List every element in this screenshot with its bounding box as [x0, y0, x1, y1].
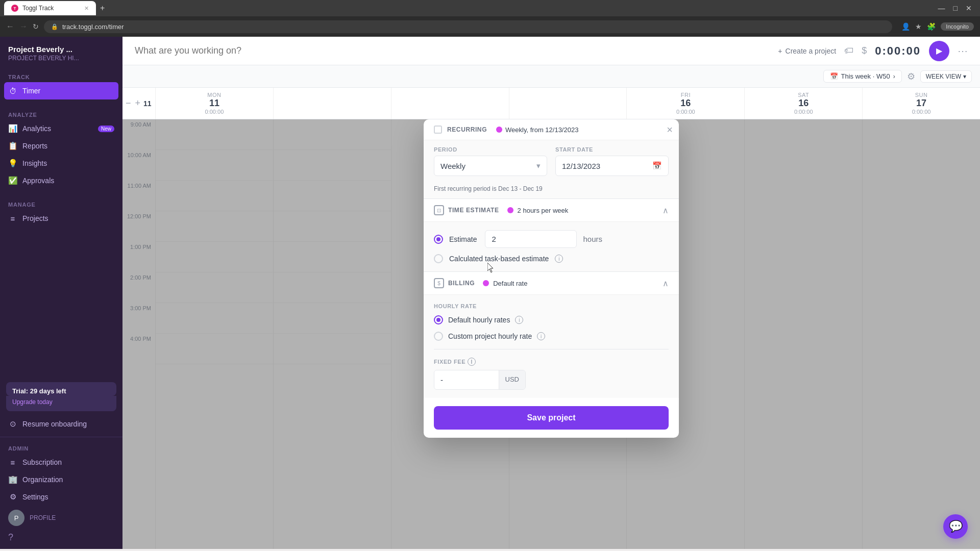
extensions-icon: 🧩 [927, 22, 936, 31]
custom-hourly-radio-btn[interactable] [434, 332, 443, 341]
modal-close-button[interactable]: × [667, 124, 673, 135]
resume-onboarding-btn[interactable]: ⊙ Resume onboarding [0, 415, 122, 433]
analytics-icon: 📊 [8, 124, 17, 133]
sidebar-item-organization[interactable]: 🏢 Organization [0, 471, 122, 488]
incognito-badge: Incognito [941, 22, 974, 31]
profile-icon: 👤 [901, 22, 910, 31]
address-bar[interactable]: track.toggl.com/timer [62, 23, 124, 31]
start-date-value: 12/13/2023 [562, 162, 600, 170]
forward-button[interactable]: → [19, 22, 28, 31]
insights-icon: 💡 [8, 159, 17, 168]
start-date-input[interactable]: 12/13/2023 📅 [555, 156, 669, 176]
new-tab-button[interactable]: + [100, 4, 105, 13]
billing-chevron-icon: ∧ [663, 279, 669, 288]
sidebar-item-approvals[interactable]: ✅ Approvals [0, 172, 122, 189]
more-options-icon[interactable]: ⋯ [958, 45, 968, 57]
minimize-button[interactable]: — [938, 4, 945, 12]
dollar-icon[interactable]: $ [862, 45, 867, 56]
sidebar-section-track-label: TRACK [0, 70, 122, 82]
time-estimate-chevron-icon: ∧ [663, 206, 669, 215]
browser-tab[interactable]: T Toggl Track ✕ [4, 1, 96, 15]
minus-button[interactable]: − [125, 98, 132, 109]
task-based-info-icon[interactable]: i [555, 255, 563, 263]
billing-dot [483, 280, 489, 286]
chat-bubble[interactable]: 💬 [943, 514, 968, 539]
reports-label: Reports [22, 142, 47, 150]
play-button[interactable]: ▶ [929, 41, 949, 61]
sidebar-item-insights[interactable]: 💡 Insights [0, 155, 122, 172]
default-hourly-option[interactable]: Default hourly rates i [434, 315, 669, 324]
insights-label: Insights [22, 159, 47, 167]
time-estimate-badge: 2 hours per week [518, 207, 569, 214]
maximize-button[interactable]: □ [953, 4, 958, 12]
avatar[interactable]: P [8, 510, 24, 526]
calendar-picker-icon: 📅 [652, 161, 662, 170]
time-estimate-section-header[interactable]: ⊡ TIME ESTIMATE 2 hours per week ∧ [424, 198, 679, 221]
settings-icon: ⚙ [8, 492, 17, 502]
sidebar-item-reports[interactable]: 📋 Reports [0, 137, 122, 155]
projects-label: Projects [22, 214, 48, 222]
workspace-sub: PROJECT BEVERLY HI... [8, 55, 114, 62]
custom-hourly-option[interactable]: Custom project hourly rate i [434, 332, 669, 341]
fixed-fee-info-icon[interactable]: i [468, 358, 476, 366]
help-icon[interactable]: ? [8, 532, 13, 543]
subscription-label: Subscription [22, 458, 62, 466]
recurring-value-badge: Weekly, from 12/13/2023 [496, 126, 578, 134]
chevron-right-icon: › [893, 73, 895, 80]
calendar-icon: 📅 [830, 72, 838, 80]
period-select[interactable]: Weekly ▾ [434, 156, 547, 176]
estimate-radio-btn[interactable] [434, 235, 443, 244]
save-project-button[interactable]: Save project [434, 406, 669, 430]
timer-icon: ⏱ [8, 86, 17, 95]
close-window-button[interactable]: ✕ [966, 4, 972, 12]
analytics-new-badge: New [98, 126, 114, 132]
billing-section-header[interactable]: $ BILLING Default rate ∧ [424, 271, 679, 294]
tab-close-icon[interactable]: ✕ [84, 5, 89, 12]
week-indicator[interactable]: 📅 This week · W50 › [823, 70, 902, 83]
custom-hourly-info-icon[interactable]: i [537, 332, 545, 340]
tag-icon[interactable]: 🏷 [844, 45, 853, 56]
sidebar-item-analytics[interactable]: 📊 Analytics New [0, 120, 122, 137]
working-on-input[interactable] [135, 45, 770, 56]
plus-button[interactable]: + [134, 98, 142, 109]
resume-icon: ⊙ [8, 419, 17, 429]
custom-hourly-label: Custom project hourly rate [448, 332, 532, 340]
back-button[interactable]: ← [6, 22, 14, 31]
start-date-label: START DATE [555, 146, 669, 153]
sidebar-item-projects[interactable]: ≡ Projects [0, 210, 122, 227]
estimate-radio-option[interactable]: Estimate hours [434, 230, 669, 248]
modal-overlay: RECURRING Weekly, from 12/13/2023 × PERI… [122, 119, 980, 549]
reports-icon: 📋 [8, 141, 17, 151]
day-col-header-wed [391, 88, 509, 119]
period-chevron-icon: ▾ [536, 161, 541, 170]
analytics-label: Analytics [22, 124, 51, 133]
upgrade-link[interactable]: Upgrade today [12, 398, 53, 406]
fixed-fee-input-wrapper[interactable]: USD [434, 370, 526, 390]
billing-label: BILLING [448, 280, 475, 287]
default-hourly-radio-btn[interactable] [434, 315, 443, 324]
fixed-fee-input[interactable] [434, 370, 499, 389]
create-project-btn[interactable]: + Create a project [778, 47, 836, 55]
bookmark-icon: ★ [915, 22, 922, 31]
recurring-note: First recurring period is Dec 13 - Dec 1… [424, 182, 679, 198]
sidebar-item-subscription[interactable]: ≡ Subscription [0, 454, 122, 471]
estimate-unit-label: hours [583, 235, 602, 243]
week-view-btn[interactable]: WEEK VIEW ▾ [920, 70, 972, 83]
refresh-button[interactable]: ↻ [33, 22, 39, 31]
default-hourly-info-icon[interactable]: i [515, 316, 523, 324]
default-hourly-label: Default hourly rates [448, 316, 510, 324]
sidebar: Project Beverly ... PROJECT BEVERLY HI..… [0, 37, 122, 549]
sidebar-item-settings[interactable]: ⚙ Settings [0, 488, 122, 506]
day-col-header-mon: MON 11 0:00:00 [155, 88, 273, 119]
recurring-checkbox[interactable] [434, 126, 442, 134]
workspace-name[interactable]: Project Beverly ... [8, 45, 114, 54]
task-based-radio-btn[interactable] [434, 254, 443, 263]
sidebar-section-manage-label: MANAGE [0, 197, 122, 210]
profile-label: PROFILE [30, 514, 56, 521]
estimate-value-input[interactable] [485, 230, 577, 248]
sidebar-section-admin-label: ADMIN [0, 441, 122, 454]
chevron-down-icon: ▾ [963, 73, 966, 80]
settings-gear-icon[interactable]: ⚙ [907, 71, 915, 82]
sidebar-item-timer[interactable]: ⏱ Timer [4, 82, 118, 99]
task-based-radio-option[interactable]: Calculated task-based estimate i [434, 254, 669, 263]
